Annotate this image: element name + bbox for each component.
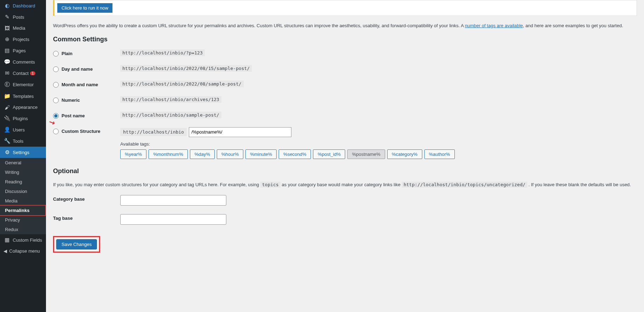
permalink-radio[interactable] (53, 98, 59, 103)
intro-text-after: , and here are some examples to get you … (523, 23, 623, 28)
permalink-radio[interactable] (53, 82, 59, 88)
plugins-icon: 🔌 (4, 115, 11, 122)
tag-button-second[interactable]: %second% (279, 149, 311, 159)
submenu-item-media[interactable]: Media (0, 196, 46, 206)
optional-heading: Optional (53, 167, 637, 175)
permalink-radio[interactable] (53, 51, 59, 57)
tag-button-minute[interactable]: %minute% (245, 149, 277, 159)
tag-button-hour[interactable]: %hour% (217, 149, 243, 159)
sidebar-item-dashboard[interactable]: ◐Dashboard (0, 0, 46, 11)
sidebar-item-label: Tools (13, 139, 23, 144)
sidebar-item-label: Dashboard (13, 3, 35, 8)
intro-text-before: WordPress offers you the ability to crea… (53, 23, 465, 28)
sidebar-item-settings[interactable]: ⚙Settings (0, 147, 46, 158)
sidebar-item-elementor[interactable]: ⒺElementor (0, 79, 46, 90)
sidebar-item-label: Contact (13, 71, 29, 76)
tag-button-postname[interactable]: %postname% (347, 149, 385, 159)
sidebar-item-contact[interactable]: ✉Contact1 (0, 67, 46, 79)
templates-icon: 📁 (4, 93, 11, 99)
submenu-item-reading[interactable]: Reading (0, 177, 46, 187)
submenu-item-redux[interactable]: Redux (0, 225, 46, 234)
pages-icon: ▤ (4, 47, 11, 54)
tag-button-year[interactable]: %year% (120, 149, 146, 159)
settings-icon: ⚙ (4, 149, 11, 155)
tags-available-link[interactable]: number of tags are available (465, 23, 523, 28)
available-tags-label: Available tags: (120, 141, 637, 147)
permalink-example: http://localhost/inbio/archives/123 (120, 96, 221, 103)
sidebar-badge: 1 (30, 71, 36, 75)
media-icon: 🖾 (4, 25, 11, 31)
category-base-label: Category base (53, 195, 120, 202)
sidebar-item-label: Projects (13, 37, 29, 42)
collapse-icon: ◀ (4, 248, 7, 254)
contact-icon: ✉ (4, 70, 11, 76)
tag-button-monthnum[interactable]: %monthnum% (149, 149, 188, 159)
save-highlight-box: Save Changes (53, 236, 100, 253)
sidebar-item-comments[interactable]: 💬Comments (0, 56, 46, 67)
common-settings-heading: Common Settings (53, 36, 637, 43)
appearance-icon: 🖌 (4, 104, 11, 110)
sidebar-item-posts[interactable]: ✎Posts (0, 11, 46, 23)
run-now-button[interactable]: Click here to run it now (57, 3, 112, 13)
sidebar-item-label: Plugins (13, 116, 28, 121)
permalink-example: http://localhost/inbio/sample-post/ (120, 112, 221, 118)
dashboard-icon: ◐ (4, 2, 11, 9)
comments-icon: 💬 (4, 59, 11, 65)
settings-submenu: GeneralWritingReadingDiscussionMediaPerm… (0, 158, 46, 234)
sidebar-item-label: Settings (13, 150, 29, 155)
permalink-radio[interactable] (53, 129, 59, 134)
collapse-label: Collapse menu (9, 248, 40, 254)
sidebar-item-media[interactable]: 🖾Media (0, 23, 46, 34)
sidebar-item-custom-fields[interactable]: ▦Custom Fields (0, 234, 46, 246)
sidebar-item-label: Elementor (13, 82, 34, 87)
tag-button-day[interactable]: %day% (190, 149, 215, 159)
tag-button-category[interactable]: %category% (387, 149, 422, 159)
category-base-input[interactable] (120, 195, 226, 206)
elementor-icon: Ⓔ (4, 81, 11, 88)
tag-button-post_id[interactable]: %post_id% (313, 149, 345, 159)
sidebar-item-templates[interactable]: 📁Templates (0, 90, 46, 102)
intro-paragraph: WordPress offers you the ability to crea… (53, 22, 637, 29)
submenu-item-writing[interactable]: Writing (0, 167, 46, 177)
custom-fields-icon: ▦ (4, 237, 11, 243)
sidebar-item-label: Appearance (13, 105, 37, 110)
sidebar-item-users[interactable]: 👤Users (0, 124, 46, 135)
tag-base-label: Tag base (53, 214, 120, 221)
permalink-example: http://localhost/inbio/2022/08/15/sample… (120, 65, 252, 72)
collapse-menu[interactable]: ◀ Collapse menu (0, 246, 46, 257)
tag-button-author[interactable]: %author% (424, 149, 455, 159)
custom-structure-input[interactable] (189, 127, 291, 137)
sidebar-item-tools[interactable]: 🔧Tools (0, 135, 46, 147)
permalink-option-numeric[interactable]: Numeric (53, 98, 80, 103)
submenu-item-privacy[interactable]: Privacy (0, 215, 46, 225)
permalink-example: http://localhost/inbio/2022/08/sample-po… (120, 81, 244, 87)
sidebar-item-appearance[interactable]: 🖌Appearance (0, 102, 46, 113)
submenu-item-permalinks[interactable]: Permalinks (0, 205, 46, 216)
save-changes-button[interactable]: Save Changes (56, 239, 97, 249)
sidebar-item-projects[interactable]: ⊕Projects (0, 34, 46, 45)
main-content: Click here to run it now WordPress offer… (46, 0, 644, 312)
sidebar-item-label: Posts (13, 14, 24, 20)
permalink-option-month-and-name[interactable]: Month and name (53, 82, 98, 88)
tools-icon: 🔧 (4, 138, 11, 144)
sidebar-item-plugins[interactable]: 🔌Plugins (0, 113, 46, 124)
permalink-option-plain[interactable]: Plain (53, 51, 72, 57)
sidebar-item-label: Comments (13, 59, 35, 65)
tag-base-input[interactable] (120, 214, 226, 225)
permalink-example: http://localhost/inbio/?p=123 (120, 49, 205, 56)
topics-code: topics (260, 182, 280, 188)
submenu-item-general[interactable]: General (0, 158, 46, 167)
permalink-radio[interactable] (53, 113, 59, 119)
posts-icon: ✎ (4, 14, 11, 20)
optional-desc: If you like, you may enter custom struct… (53, 181, 637, 188)
custom-prefix: http://localhost/inbio (120, 128, 187, 136)
sidebar-item-label: Media (13, 25, 25, 31)
sidebar-item-pages[interactable]: ▤Pages (0, 45, 46, 56)
permalink-option-day-and-name[interactable]: Day and name (53, 66, 93, 72)
example-url-code: http://localhost/inbio/topics/uncategori… (402, 182, 527, 188)
users-icon: 👤 (4, 126, 11, 133)
permalink-option-custom-structure[interactable]: Custom Structure (53, 129, 100, 134)
submenu-item-discussion[interactable]: Discussion (0, 187, 46, 196)
permalink-radio[interactable] (53, 66, 59, 72)
permalink-option-post-name[interactable]: Post name (53, 113, 85, 119)
